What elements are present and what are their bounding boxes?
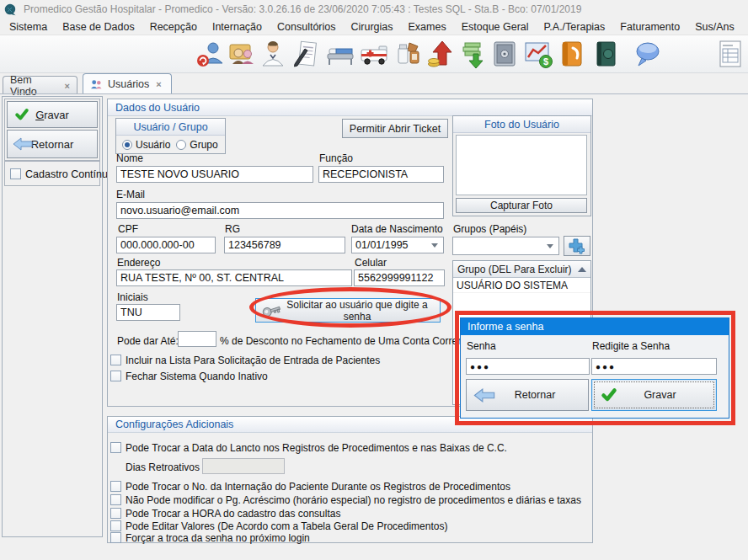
config-cb4-checkbox[interactable] — [110, 508, 121, 519]
iniciais-input[interactable] — [116, 304, 180, 321]
endereco-label: Endereço — [117, 257, 160, 269]
config-cb1-checkbox[interactable] — [110, 442, 121, 453]
fechar-sistema-label: Fechar Sistema Quando Inativo — [126, 371, 268, 382]
rg-input[interactable] — [224, 237, 345, 253]
dialog-save-button[interactable]: Gravar — [591, 379, 717, 411]
menu-sus-ans[interactable]: Sus/Ans — [687, 21, 742, 33]
incluir-lista-checkbox[interactable] — [110, 355, 121, 365]
config-cb2-label: Pode Trocar o No. da Internação do Pacie… — [126, 481, 510, 493]
config-cb3-label: Não Pode modificar o Pg. Acréscimo (horá… — [126, 494, 581, 506]
menu-pa-terapias[interactable]: P.A./Terapias — [537, 21, 613, 33]
menu-cirurgias[interactable]: Cirurgias — [344, 21, 401, 33]
incluir-lista-label: Incluir na Lista Para Solicitação de Ent… — [126, 355, 380, 366]
menu-consultorios[interactable]: Consultórios — [270, 21, 343, 33]
radio-grupo[interactable] — [176, 140, 186, 150]
config-cb2-checkbox[interactable] — [110, 481, 121, 492]
prescription-icon[interactable] — [291, 39, 322, 69]
cpf-input[interactable] — [116, 237, 216, 253]
hospital-bed-icon[interactable] — [325, 39, 355, 69]
chat-icon[interactable] — [633, 39, 663, 69]
report-form-icon[interactable] — [715, 39, 745, 69]
redigite-label: Redigite a Senha — [592, 340, 670, 352]
menu-caixa[interactable]: Caixa — [742, 21, 748, 33]
cadastro-continuo-checkbox[interactable] — [10, 168, 21, 179]
payment-down-icon[interactable] — [458, 39, 489, 69]
email-label: E-Mail — [116, 189, 145, 200]
users-sync-icon[interactable] — [195, 39, 226, 69]
celular-input[interactable] — [354, 269, 445, 286]
user-type-radio-row: Usuário Grupo — [116, 136, 225, 154]
config-cb5-label: Pode Editar Valores (De Acordo com a Tab… — [126, 520, 447, 532]
groups-grid-header[interactable]: Grupo (DEL Para Excluir) — [453, 261, 590, 278]
menu-recepcao[interactable]: Recepção — [142, 21, 205, 33]
dialog-return-button[interactable]: Retornar — [466, 379, 589, 411]
dialog-save-label: Gravar — [644, 389, 676, 401]
ambulance-icon[interactable] — [359, 39, 389, 69]
return-button[interactable]: Retornar — [7, 130, 98, 158]
config-cb5-checkbox[interactable] — [110, 520, 121, 531]
doctor-icon[interactable] — [258, 39, 288, 69]
nascimento-value: 01/01/1995 — [355, 239, 409, 251]
senha-input[interactable] — [466, 358, 590, 375]
pharmacy-icon[interactable] — [394, 39, 425, 69]
nascimento-combo[interactable]: 01/01/1995 — [351, 237, 444, 253]
nome-input[interactable] — [116, 166, 313, 183]
funcao-input[interactable] — [318, 166, 444, 183]
safe-icon[interactable] — [489, 39, 520, 69]
tab-usuarios[interactable]: Usuários × — [83, 73, 172, 94]
promedico-logo-icon — [3, 3, 17, 16]
tab-usuarios-close-icon[interactable]: × — [156, 79, 161, 89]
phone-book-icon[interactable] — [557, 39, 587, 69]
cpf-label: CPF — [118, 223, 138, 235]
capture-photo-button[interactable]: Capturar Foto — [456, 198, 587, 213]
grupos-combo[interactable] — [452, 237, 559, 255]
app-window: Promedico Gestão Hospitalar - Promedico … — [0, 0, 748, 560]
config-cb6-checkbox[interactable] — [110, 532, 121, 543]
capture-photo-label: Capturar Foto — [490, 200, 553, 211]
cadastro-continuo-label: Cadastro Contínuo — [25, 168, 114, 180]
user-photo-area — [456, 135, 587, 195]
tab-bem-vindo[interactable]: Bem Vindo × — [3, 76, 77, 94]
desconto-suffix-label: % de Desconto no Fechamento de Uma Conta… — [220, 335, 472, 347]
dias-retroativos-label: Dias Retroativos : — [126, 461, 206, 473]
config-cb3-checkbox[interactable] — [110, 494, 121, 505]
sidebar-checkbox-group: Cadastro Contínuo — [4, 161, 100, 186]
group-name: USUÁRIO DO SISTEMA — [457, 280, 568, 291]
ledger-book-icon[interactable] — [590, 39, 621, 69]
finance-chart-icon[interactable]: $ — [523, 39, 553, 69]
password-dialog-titlebar[interactable]: Informe a senha — [461, 318, 729, 335]
user-data-panel-header: Dados do Usuário — [108, 99, 592, 116]
dialog-return-label: Retornar — [515, 389, 556, 401]
menu-exames[interactable]: Exames — [401, 21, 454, 33]
save-button[interactable]: Gravar — [7, 101, 98, 128]
redigite-input[interactable] — [591, 358, 717, 375]
user-type-box: Usuário / Grupo Usuário Grupo — [115, 118, 226, 154]
senha-label: Senha — [467, 340, 496, 352]
users-folder-icon[interactable] — [227, 39, 257, 69]
request-password-button[interactable]: Solicitar ao usuário que digite a senha — [255, 298, 441, 323]
groups-grid-header-label: Grupo (DEL Para Excluir) — [457, 264, 572, 275]
menu-sistema[interactable]: Sistema — [2, 21, 55, 33]
rg-label: RG — [225, 223, 240, 235]
config-panel-title: Configurações Adicionais — [115, 419, 233, 430]
menu-faturamento[interactable]: Faturamento — [612, 21, 687, 33]
nascimento-label: Data de Nascimento — [351, 223, 443, 235]
sort-ascending-icon — [578, 267, 586, 272]
chevron-down-icon — [547, 244, 553, 248]
check-icon — [601, 387, 617, 403]
tab-bem-vindo-close-icon[interactable]: × — [65, 81, 70, 91]
menu-estoque-geral[interactable]: Estoque Geral — [454, 21, 537, 33]
menu-internacao[interactable]: Internação — [205, 21, 270, 33]
celular-label: Celular — [355, 257, 387, 269]
desconto-input[interactable] — [178, 331, 216, 347]
fechar-sistema-checkbox[interactable] — [110, 371, 121, 381]
password-dialog: Informe a senha Senha Redigite a Senha R… — [460, 317, 729, 419]
add-group-button[interactable] — [564, 236, 590, 256]
email-input[interactable] — [116, 202, 444, 219]
radio-usuario[interactable] — [122, 140, 132, 150]
menu-base-de-dados[interactable]: Base de Dados — [55, 21, 142, 33]
permit-ticket-button[interactable]: Permitir Abrir Ticket — [342, 119, 448, 138]
income-up-icon[interactable] — [426, 39, 457, 69]
endereco-input[interactable] — [116, 269, 352, 286]
groups-grid-row[interactable]: USUÁRIO DO SISTEMA — [453, 278, 590, 293]
